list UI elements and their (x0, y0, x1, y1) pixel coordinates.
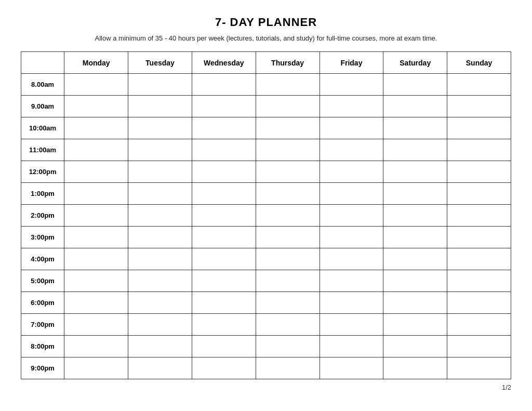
schedule-cell[interactable] (192, 248, 256, 270)
schedule-cell[interactable] (383, 139, 447, 161)
schedule-cell[interactable] (383, 183, 447, 205)
schedule-cell[interactable] (192, 292, 256, 314)
schedule-cell[interactable] (447, 227, 511, 248)
schedule-cell[interactable] (192, 336, 256, 357)
schedule-cell[interactable] (128, 227, 192, 248)
schedule-cell[interactable] (383, 227, 447, 248)
schedule-cell[interactable] (128, 205, 192, 227)
schedule-cell[interactable] (320, 205, 383, 227)
schedule-cell[interactable] (128, 139, 192, 161)
schedule-cell[interactable] (64, 336, 128, 357)
schedule-cell[interactable] (64, 161, 128, 183)
schedule-cell[interactable] (256, 314, 320, 336)
schedule-cell[interactable] (447, 139, 511, 161)
schedule-cell[interactable] (447, 96, 511, 117)
schedule-cell[interactable] (192, 96, 256, 117)
schedule-cell[interactable] (320, 96, 383, 117)
schedule-cell[interactable] (320, 227, 383, 248)
schedule-cell[interactable] (64, 357, 128, 379)
schedule-cell[interactable] (320, 292, 383, 314)
schedule-cell[interactable] (383, 96, 447, 117)
schedule-cell[interactable] (64, 205, 128, 227)
schedule-cell[interactable] (383, 117, 447, 139)
schedule-cell[interactable] (64, 183, 128, 205)
schedule-cell[interactable] (320, 139, 383, 161)
schedule-cell[interactable] (192, 357, 256, 379)
schedule-cell[interactable] (64, 96, 128, 117)
schedule-cell[interactable] (128, 292, 192, 314)
schedule-cell[interactable] (128, 314, 192, 336)
schedule-cell[interactable] (256, 357, 320, 379)
schedule-cell[interactable] (447, 314, 511, 336)
schedule-cell[interactable] (192, 314, 256, 336)
schedule-cell[interactable] (128, 270, 192, 292)
schedule-cell[interactable] (64, 292, 128, 314)
schedule-cell[interactable] (128, 117, 192, 139)
schedule-cell[interactable] (447, 357, 511, 379)
schedule-cell[interactable] (128, 336, 192, 357)
schedule-cell[interactable] (320, 357, 383, 379)
schedule-cell[interactable] (256, 96, 320, 117)
schedule-cell[interactable] (447, 336, 511, 357)
schedule-cell[interactable] (192, 74, 256, 96)
schedule-cell[interactable] (128, 74, 192, 96)
schedule-cell[interactable] (64, 74, 128, 96)
schedule-cell[interactable] (192, 117, 256, 139)
schedule-cell[interactable] (256, 139, 320, 161)
schedule-cell[interactable] (320, 248, 383, 270)
schedule-cell[interactable] (447, 248, 511, 270)
schedule-cell[interactable] (447, 205, 511, 227)
schedule-cell[interactable] (192, 161, 256, 183)
schedule-cell[interactable] (256, 74, 320, 96)
day-header-tuesday: Tuesday (128, 52, 192, 74)
schedule-cell[interactable] (383, 74, 447, 96)
schedule-cell[interactable] (383, 205, 447, 227)
schedule-cell[interactable] (383, 314, 447, 336)
schedule-cell[interactable] (383, 357, 447, 379)
schedule-cell[interactable] (64, 117, 128, 139)
schedule-cell[interactable] (383, 292, 447, 314)
schedule-cell[interactable] (383, 336, 447, 357)
schedule-cell[interactable] (64, 248, 128, 270)
schedule-cell[interactable] (256, 183, 320, 205)
schedule-cell[interactable] (64, 139, 128, 161)
schedule-cell[interactable] (383, 248, 447, 270)
schedule-cell[interactable] (320, 117, 383, 139)
schedule-cell[interactable] (192, 270, 256, 292)
schedule-cell[interactable] (256, 270, 320, 292)
schedule-cell[interactable] (256, 292, 320, 314)
schedule-cell[interactable] (320, 74, 383, 96)
schedule-cell[interactable] (192, 139, 256, 161)
schedule-cell[interactable] (128, 96, 192, 117)
schedule-cell[interactable] (128, 248, 192, 270)
schedule-cell[interactable] (383, 161, 447, 183)
schedule-cell[interactable] (383, 270, 447, 292)
schedule-cell[interactable] (320, 336, 383, 357)
schedule-cell[interactable] (447, 270, 511, 292)
schedule-cell[interactable] (447, 292, 511, 314)
schedule-cell[interactable] (128, 183, 192, 205)
schedule-cell[interactable] (447, 74, 511, 96)
schedule-cell[interactable] (256, 248, 320, 270)
schedule-cell[interactable] (256, 117, 320, 139)
schedule-cell[interactable] (447, 117, 511, 139)
schedule-cell[interactable] (447, 161, 511, 183)
schedule-cell[interactable] (128, 357, 192, 379)
schedule-cell[interactable] (192, 183, 256, 205)
schedule-cell[interactable] (320, 161, 383, 183)
schedule-cell[interactable] (192, 205, 256, 227)
schedule-cell[interactable] (320, 183, 383, 205)
schedule-cell[interactable] (128, 161, 192, 183)
schedule-cell[interactable] (256, 227, 320, 248)
schedule-cell[interactable] (192, 227, 256, 248)
schedule-cell[interactable] (447, 183, 511, 205)
schedule-cell[interactable] (320, 314, 383, 336)
schedule-cell[interactable] (64, 227, 128, 248)
time-label: 6:00pm (21, 292, 64, 314)
schedule-cell[interactable] (256, 336, 320, 357)
schedule-cell[interactable] (64, 270, 128, 292)
schedule-cell[interactable] (320, 270, 383, 292)
schedule-cell[interactable] (256, 161, 320, 183)
schedule-cell[interactable] (64, 314, 128, 336)
schedule-cell[interactable] (256, 205, 320, 227)
